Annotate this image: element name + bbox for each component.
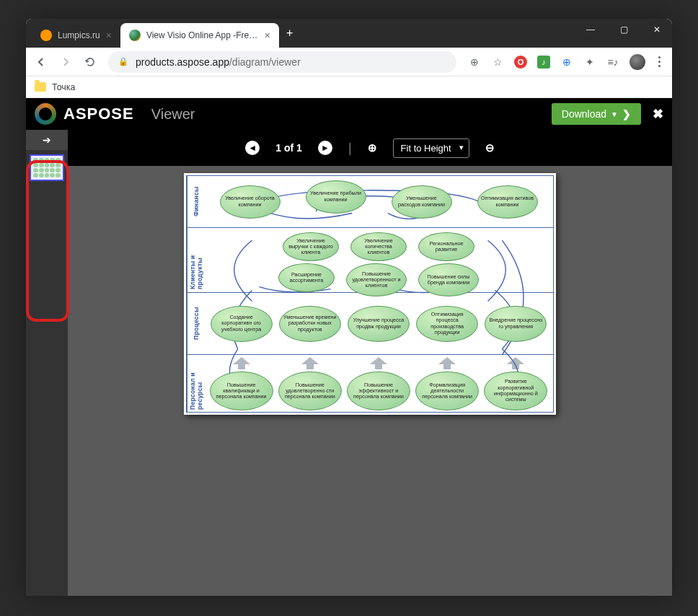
node: Повышение удовлетворенно сти персонала к… xyxy=(278,371,342,410)
window-controls: — ▢ ✕ xyxy=(581,25,666,35)
node: Развитие корпоративной информационно й с… xyxy=(484,371,547,410)
row-cells: Увеличение выручки с каждого клиента Уве… xyxy=(204,228,553,292)
row-cells: Создание корпоративн ого учебного центра… xyxy=(204,293,553,354)
arrow-up-icon xyxy=(301,357,319,370)
node: Увеличение прибыли компании xyxy=(306,180,366,214)
node: Увеличение количества клиентов xyxy=(350,232,407,261)
arrow-up-icon xyxy=(438,357,456,370)
logo: ASPOSE xyxy=(35,103,134,125)
sidebar-toggle[interactable]: ➔ xyxy=(26,130,68,150)
prev-page-button[interactable]: ◄ xyxy=(245,141,260,155)
row-cells: Повышение квалификаци и персонала компан… xyxy=(204,355,553,413)
app-header: ASPOSE Viewer Download ▼ ❯ ✖ xyxy=(26,98,672,130)
arrow-up-icon xyxy=(232,357,251,370)
node: Повышение удовлетворенност и клиентов xyxy=(346,263,407,296)
node: Уменьшение времени разработки новых прод… xyxy=(279,306,341,342)
close-icon[interactable]: × xyxy=(106,30,112,41)
bookmarks-bar: Точка xyxy=(26,76,672,98)
extensions-icon[interactable]: ✦ xyxy=(583,56,596,69)
diagram: Финансы Увеличение оборота компании Увел… xyxy=(186,175,554,413)
extension-opera[interactable]: O xyxy=(514,56,527,69)
caret-down-icon: ▼ xyxy=(611,110,618,118)
favicon-lumpics xyxy=(40,30,52,41)
separator: | xyxy=(348,141,352,156)
translate-icon[interactable]: ⊕ xyxy=(468,56,481,69)
row-finance: Финансы Увеличение оборота компании Увел… xyxy=(187,176,553,228)
navbar: 🔒 products.aspose.app/diagram/viewer ⊕ ☆… xyxy=(26,48,672,76)
canvas[interactable]: Финансы Увеличение оборота компании Увел… xyxy=(68,166,672,596)
extension-music[interactable]: ♪ xyxy=(537,56,550,69)
chevron-right-icon: ❯ xyxy=(622,108,631,120)
browser-window: Lumpics.ru × View Visio Online App -Free… xyxy=(26,19,672,596)
star-icon[interactable]: ☆ xyxy=(491,56,504,69)
node: Повышение эффективност и персонала компа… xyxy=(347,371,410,410)
bookmark-item[interactable]: Точка xyxy=(52,82,76,92)
download-label: Download xyxy=(562,108,606,120)
app-title: Viewer xyxy=(151,106,195,123)
app-body: ➔ ◄ 1 of 1 ► | ⊕ Fit to Height ⊖ xyxy=(26,130,672,596)
node: Повышение силы бренда компании xyxy=(418,263,479,296)
viewer-toolbar: ◄ 1 of 1 ► | ⊕ Fit to Height ⊖ xyxy=(68,130,672,166)
node: Повышение квалификаци и персонала компан… xyxy=(210,371,273,410)
row-label: Процессы xyxy=(187,293,204,354)
row-label: Персонал и ресурсы xyxy=(187,355,204,413)
node: Оптимизация процесса производства продук… xyxy=(416,306,478,342)
viewer-area: ◄ 1 of 1 ► | ⊕ Fit to Height ⊖ xyxy=(68,130,672,596)
row-label: Финансы xyxy=(187,176,204,227)
avatar[interactable] xyxy=(629,54,645,70)
favicon-aspose xyxy=(129,30,141,41)
globe-icon[interactable]: ⊕ xyxy=(560,56,573,69)
url-path: /diagram/viewer xyxy=(229,56,301,68)
tab-label: View Visio Online App -Free Onli xyxy=(146,30,259,40)
aspose-app: ASPOSE Viewer Download ▼ ❯ ✖ ➔ ◄ xyxy=(26,98,672,596)
zoom-out-button[interactable]: ⊖ xyxy=(485,141,495,154)
row-personnel: Персонал и ресурсы Повышение квалификаци… xyxy=(187,355,553,413)
back-button[interactable] xyxy=(35,56,48,69)
tab-label: Lumpics.ru xyxy=(58,30,100,40)
node: Расширение ассортимента xyxy=(278,263,335,292)
tab-aspose[interactable]: View Visio Online App -Free Onli × xyxy=(120,23,279,48)
minimize-button[interactable]: — xyxy=(581,25,600,35)
menu-button[interactable] xyxy=(655,56,663,67)
logo-text: ASPOSE xyxy=(63,105,134,123)
close-button[interactable]: ✕ xyxy=(648,25,666,35)
page-thumbnail[interactable] xyxy=(30,154,64,181)
address-bar[interactable]: 🔒 products.aspose.app/diagram/viewer xyxy=(108,51,456,73)
reload-button[interactable] xyxy=(84,56,97,69)
node: Оптимизация активов компании xyxy=(477,185,538,219)
forward-button xyxy=(59,56,72,69)
navbar-right: ⊕ ☆ O ♪ ⊕ ✦ ≡♪ xyxy=(468,54,663,70)
tab-lumpics[interactable]: Lumpics.ru × xyxy=(32,23,120,48)
page-indicator: 1 of 1 xyxy=(275,142,302,154)
zoom-in-button[interactable]: ⊕ xyxy=(368,141,377,154)
arrow-up-icon xyxy=(506,357,525,370)
arrow-up-icon xyxy=(369,357,388,370)
row-label: Клиенты и продукты xyxy=(187,228,204,292)
node: Увеличение оборота компании xyxy=(220,185,280,219)
close-app-button[interactable]: ✖ xyxy=(653,106,663,122)
fit-select[interactable]: Fit to Height xyxy=(393,138,469,158)
node: Создание корпоративн ого учебного центра xyxy=(211,306,273,342)
diagram-page: Финансы Увеличение оборота компании Увел… xyxy=(184,173,556,415)
playlist-icon[interactable]: ≡♪ xyxy=(606,56,619,69)
node: Формализация деятельности персонала комп… xyxy=(415,371,479,410)
logo-swirl-icon xyxy=(35,103,56,125)
new-tab-button[interactable]: + xyxy=(279,27,300,40)
row-processes: Процессы Создание корпоративн ого учебно… xyxy=(187,293,553,355)
lock-icon: 🔒 xyxy=(118,57,128,66)
node: Увеличение выручки с каждого клиента xyxy=(283,232,339,261)
node: Региональное развитие xyxy=(418,232,474,261)
node: Уменьшение расходов компании xyxy=(392,185,452,219)
url-host: products.aspose.app xyxy=(136,56,229,68)
node: Улучшение процесса продаж продукции xyxy=(348,306,410,342)
row-clients: Клиенты и продукты Увеличение выручки с … xyxy=(187,228,553,293)
thumbnail-sidebar: ➔ xyxy=(26,130,68,596)
row-cells: Увеличение оборота компании Увеличение п… xyxy=(204,176,553,227)
maximize-button[interactable]: ▢ xyxy=(614,25,633,35)
close-icon[interactable]: × xyxy=(265,30,270,41)
folder-icon xyxy=(35,82,46,92)
titlebar: Lumpics.ru × View Visio Online App -Free… xyxy=(26,19,672,48)
node: Внедрение процессно го управления xyxy=(485,306,547,342)
download-button[interactable]: Download ▼ ❯ xyxy=(552,103,641,125)
next-page-button[interactable]: ► xyxy=(318,141,332,155)
